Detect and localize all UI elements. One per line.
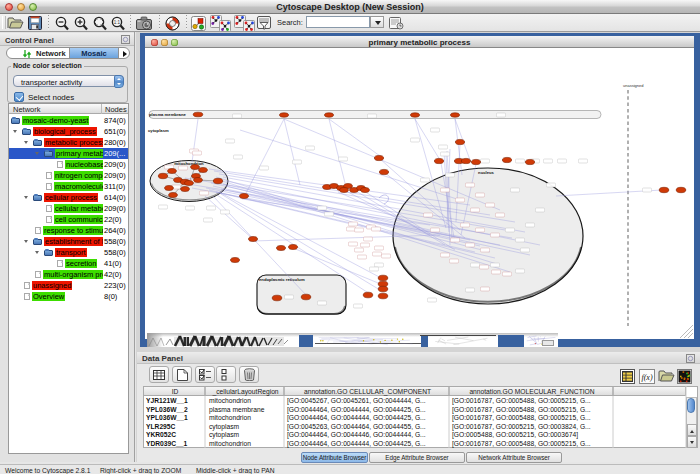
svg-text:unassigned: unassigned bbox=[623, 83, 643, 88]
svg-text:mitochondrion: mitochondrion bbox=[174, 161, 204, 166]
svg-text:1:1: 1:1 bbox=[114, 20, 121, 25]
svg-text:plasma membrane: plasma membrane bbox=[149, 112, 186, 117]
svg-text:nucleus: nucleus bbox=[478, 170, 494, 175]
svg-text:cytoplasm: cytoplasm bbox=[148, 128, 169, 133]
svg-text:f(x): f(x) bbox=[641, 373, 652, 382]
svg-text:endoplasmic reticulum: endoplasmic reticulum bbox=[259, 277, 305, 282]
